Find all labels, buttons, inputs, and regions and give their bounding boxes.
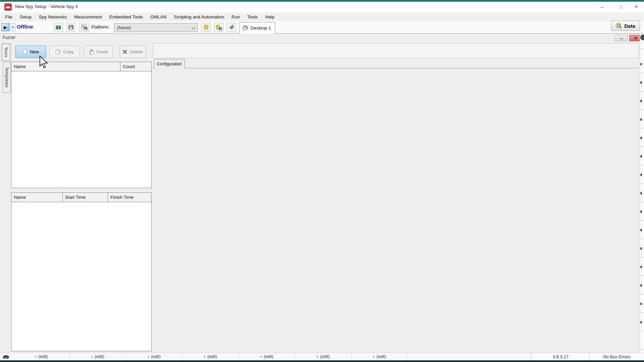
platform-dropdown[interactable]: (None) (114, 23, 198, 32)
edit-label: (edit) (264, 354, 273, 359)
status-edit-segment[interactable]: •(edit) (70, 353, 126, 360)
copy-icon (55, 49, 60, 54)
menu-help[interactable]: Help (262, 14, 278, 19)
data-button-label: Data (624, 23, 635, 29)
column-header-name[interactable]: Name (11, 62, 120, 71)
bullet-icon: • (148, 355, 149, 359)
signal-log-icon (81, 24, 88, 30)
edit-label: (edit) (95, 354, 104, 359)
desktop-icon (243, 25, 248, 31)
results-table-header: Name Start Time Finish Time (11, 193, 151, 202)
desktop-tab-label: Desktop 1 (251, 25, 271, 31)
vertical-tab-templates[interactable]: Templates (3, 62, 11, 93)
run-mode-caret[interactable]: ▾ (10, 23, 15, 31)
chevron-down-icon (192, 25, 196, 29)
status-edit-segment[interactable]: •(edit) (182, 353, 239, 360)
database-icon (204, 24, 209, 31)
mouse-cursor (39, 56, 48, 70)
copy-button[interactable]: Copy (49, 46, 80, 58)
data-button[interactable]: Data (611, 21, 640, 31)
menu-measurement[interactable]: Measurement (70, 14, 106, 19)
window-title: New Spy Setup - Vehicle Spy 3 (15, 4, 78, 9)
bullet-icon: • (373, 355, 374, 359)
menu-spy-networks[interactable]: Spy Networks (35, 14, 70, 19)
delete-button-label: Delete (130, 49, 143, 54)
menu-embedded-tools[interactable]: Embedded Tools (106, 14, 147, 19)
edit-label: (edit) (39, 354, 48, 359)
platform-label: Platform: (91, 24, 109, 29)
platform-value: (None) (117, 25, 131, 30)
bullet-icon: • (35, 355, 36, 359)
dock-strip-top-icon (640, 35, 644, 40)
connection-status-label: Offline (17, 24, 33, 30)
column-header-finish-time[interactable]: Finish Time (108, 193, 151, 202)
version-label: 3.9.3.17 (531, 353, 589, 360)
new-document-icon (23, 49, 27, 54)
status-edit-segment[interactable]: •(edit) (13, 353, 70, 360)
menu-scripting-automation[interactable]: Scripting and Automation (170, 14, 228, 19)
maximize-button[interactable]: □ (613, 2, 629, 12)
vehicle-spy-window: New Spy Setup - Vehicle Spy 3 – □ × File… (0, 0, 644, 362)
save-setup-button[interactable] (66, 23, 75, 32)
paste-button-label: Paste (97, 49, 108, 54)
copy-button-label: Copy (63, 49, 74, 54)
vehicle-status-icon (2, 354, 9, 361)
bullet-icon: • (260, 355, 262, 359)
close-x-icon: ✕ (634, 36, 638, 41)
fuzzer-panel: Fuzzer ✕ Tests Templates New Copy (0, 34, 644, 353)
right-dock-strip (640, 34, 644, 353)
edit-label: (edit) (208, 354, 217, 359)
main-toolbar: ▶ ▾ Offline Platform: (0, 21, 644, 34)
panel-title: Fuzzer (3, 35, 15, 40)
menu-setup[interactable]: Setup (16, 14, 35, 19)
bullet-icon: • (317, 355, 318, 359)
new-button-label: New (30, 49, 39, 54)
column-header-count[interactable]: Count (120, 62, 151, 71)
database-button[interactable] (201, 23, 211, 32)
results-table[interactable]: Name Start Time Finish Time (11, 192, 152, 351)
hardware-setup-button[interactable] (54, 23, 63, 32)
floppy-disk-icon (68, 25, 73, 30)
titlebar: New Spy Setup - Vehicle Spy 3 – □ × (0, 2, 644, 13)
vertical-tab-tests[interactable]: Tests (1, 43, 11, 61)
ecu-module-icon (55, 25, 61, 30)
tests-table-header: Name Count (11, 62, 151, 71)
status-edit-segment[interactable]: •(edit) (239, 353, 295, 360)
statusbar: •(edit) •(edit) •(edit) •(edit) •(edit) … (0, 353, 644, 360)
bullet-icon: • (91, 355, 93, 359)
chevron-down-icon (620, 36, 623, 39)
menu-tools[interactable]: Tools (244, 14, 262, 19)
tools-wrench-button[interactable] (227, 23, 236, 32)
edit-label: (edit) (151, 354, 161, 359)
app-icon (4, 3, 12, 11)
tab-desktop-1[interactable]: Desktop 1 (239, 22, 275, 34)
paste-clipboard-icon (89, 49, 94, 55)
edit-label: (edit) (377, 354, 386, 359)
wrench-icon (229, 24, 234, 30)
menubar: File Setup Spy Networks Measurement Embe… (0, 13, 644, 21)
status-edit-segment[interactable]: •(edit) (295, 353, 352, 360)
menu-file[interactable]: File (1, 14, 16, 19)
close-button[interactable]: × (629, 2, 644, 12)
recording-bottom-strip (0, 360, 644, 362)
bus-error-status: No Bus Errors (589, 353, 644, 360)
menu-run[interactable]: Run (228, 14, 244, 19)
minimize-button[interactable]: – (594, 2, 610, 12)
button-row-inset-area (153, 43, 639, 58)
paste-button[interactable]: Paste (84, 46, 113, 58)
delete-button[interactable]: Delete (120, 46, 146, 58)
menu-gmlan[interactable]: GMLAN (147, 14, 170, 19)
column-header-start-time[interactable]: Start Time (63, 193, 108, 202)
status-edit-segment[interactable]: •(edit) (126, 353, 182, 360)
run-play-button[interactable]: ▶ (1, 23, 9, 31)
data-search-icon (616, 23, 622, 29)
column-header-name[interactable]: Name (11, 193, 63, 202)
tab-configuration[interactable]: Configuration (154, 59, 185, 68)
edit-label: (edit) (320, 354, 330, 359)
config-pane-divider (153, 68, 639, 68)
tests-table[interactable]: Name Count (11, 62, 152, 188)
status-edit-segment[interactable]: •(edit) (352, 353, 408, 360)
database-save-button[interactable] (214, 23, 223, 32)
panel-collapse-button[interactable] (614, 35, 628, 41)
log-data-button[interactable] (79, 23, 89, 32)
